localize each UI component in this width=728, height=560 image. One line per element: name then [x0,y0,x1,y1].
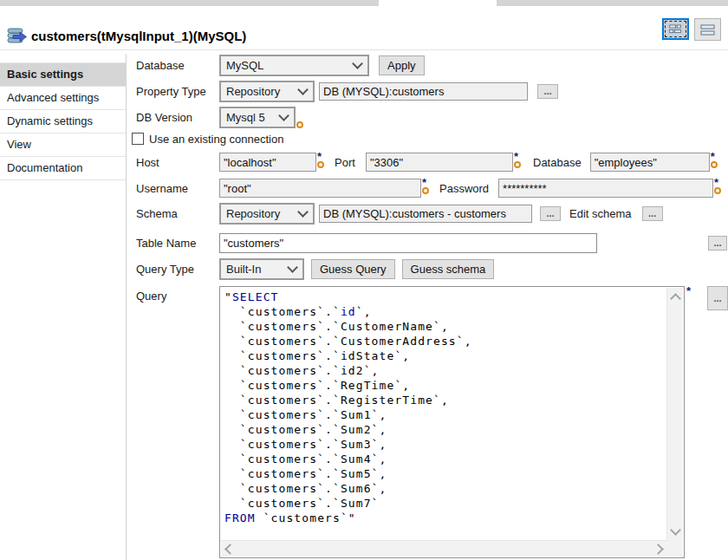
port-label: Port [335,156,359,169]
db-version-label: DB Version [136,111,219,124]
property-type-label: Property Type [136,85,219,98]
table-view-toggle-button[interactable] [694,18,721,41]
hint-lamp-icon [296,121,303,128]
table-name-label: Table Name [136,237,219,250]
form-view-toggle-button[interactable] [662,18,689,40]
port-input[interactable] [366,153,513,172]
property-type-select[interactable]: Repository [219,81,315,102]
edit-schema-button[interactable]: ... [642,206,663,221]
scroll-up-icon[interactable] [670,293,681,304]
chevron-down-icon [297,206,309,218]
component-settings-panel: customers(tMysqlInput_1)(MySQL) Basic se… [0,0,728,560]
use-existing-connection-checkbox[interactable] [132,133,144,145]
database-component-icon [7,27,28,46]
chevron-down-icon [287,262,298,273]
sidebar-item-documentation[interactable]: Documentation [0,157,126,180]
header-separator [0,49,728,50]
host-label: Host [136,156,219,169]
username-input[interactable] [219,179,421,198]
sidebar-items: Basic settings Advanced settings Dynamic… [0,62,126,180]
hint-lamp-icon [317,161,324,168]
database-name-input[interactable] [590,153,710,172]
query-vertical-scrollbar[interactable] [666,288,683,541]
hint-lamp-icon [714,187,721,194]
database-name-label: Database [533,156,582,169]
query-horizontal-scrollbar[interactable] [221,540,667,557]
hint-lamp-icon [514,161,521,168]
database-select-value: MySQL [226,59,263,72]
query-editor[interactable]: "SELECT `customers`.`id`, `customers`.`C… [219,286,685,558]
table-name-input[interactable] [219,233,597,253]
hint-lamp-icon [422,187,429,194]
property-repository-field[interactable] [319,82,528,101]
required-marker: * [711,152,715,160]
schema-repository-browse-button[interactable]: ... [540,206,561,221]
password-label: Password [439,182,489,195]
settings-category-sidebar: Basic settings Advanced settings Dynamic… [0,54,127,560]
sidebar-item-basic-settings[interactable]: Basic settings [0,63,126,87]
db-version-select-value: Mysql 5 [226,111,265,124]
table-name-browse-button[interactable]: ... [708,236,727,251]
database-select[interactable]: MySQL [219,55,369,76]
scrollbar-corner [667,541,683,557]
db-version-select[interactable]: Mysql 5 [219,107,296,128]
required-marker: * [514,152,518,160]
tab-strip-right [497,0,728,6]
apply-button[interactable]: Apply [379,55,425,75]
username-label: Username [136,182,219,195]
host-input[interactable] [219,153,316,172]
edit-schema-label: Edit schema [569,207,632,220]
open-query-editor-button[interactable]: ... [707,286,728,310]
property-repository-browse-button[interactable]: ... [537,84,558,99]
scroll-down-icon[interactable] [670,524,681,536]
query-type-label: Query Type [136,263,219,276]
hint-lamp-icon [711,161,718,168]
sidebar-item-view[interactable]: View [0,133,126,157]
form-view-icon [669,23,681,36]
password-input[interactable] [498,179,713,198]
tab-strip-left [0,0,379,6]
query-type-select[interactable]: Built-In [219,258,304,280]
table-view-icon [700,24,716,36]
scroll-left-icon[interactable] [224,544,236,555]
scroll-right-icon[interactable] [653,544,664,555]
query-type-select-value: Built-In [226,263,261,276]
schema-label: Schema [136,207,219,220]
page-title: customers(tMysqlInput_1)(MySQL) [31,29,246,43]
query-label: Query [136,286,219,303]
use-existing-connection-label: Use an existing connection [149,133,283,146]
chevron-down-icon [352,58,363,69]
database-label: Database [136,59,219,72]
guess-query-button[interactable]: Guess Query [311,259,395,279]
required-marker: * [714,178,718,186]
chevron-down-icon [278,110,289,121]
property-type-select-value: Repository [226,85,280,98]
query-text[interactable]: "SELECT `customers`.`id`, `customers`.`C… [221,288,667,541]
required-marker: * [317,152,322,160]
required-marker: * [686,286,691,295]
schema-repository-field[interactable] [319,205,532,223]
sidebar-item-advanced-settings[interactable]: Advanced settings [0,87,126,110]
chevron-down-icon [297,84,309,95]
schema-select[interactable]: Repository [219,203,315,225]
required-marker: * [422,178,426,186]
guess-schema-button[interactable]: Guess schema [402,259,495,279]
schema-select-value: Repository [226,207,280,220]
sidebar-item-dynamic-settings[interactable]: Dynamic settings [0,110,126,133]
